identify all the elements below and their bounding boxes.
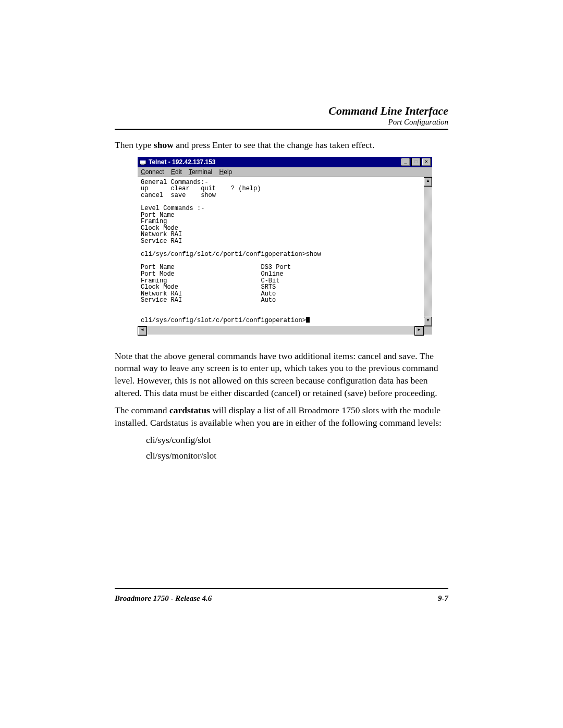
footer-rule	[115, 588, 448, 589]
telnet-window: Telnet - 192.42.137.153 _ □ × Connect Ed…	[138, 157, 432, 335]
svg-rect-1	[140, 159, 146, 161]
page-footer: Broadmore 1750 - Release 4.6 9-7	[115, 588, 448, 603]
v-scrollbar[interactable]: ▲ ▼	[424, 177, 432, 326]
document-page: Command Line Interface Port Configuratio…	[115, 104, 448, 465]
intro-paragraph: Then type show and press Enter to see th…	[115, 139, 448, 152]
footer-right: 9-7	[438, 594, 448, 603]
cursor-icon	[306, 317, 310, 323]
menu-edit[interactable]: Edit	[171, 168, 182, 176]
header-rule	[115, 129, 448, 130]
scroll-up-button[interactable]: ▲	[424, 177, 432, 187]
intro-post: and press Enter to see that the change h…	[174, 140, 375, 150]
cmd-level-2: cli/sys/monitor/slot	[146, 450, 448, 462]
scroll-down-button[interactable]: ▼	[424, 317, 432, 326]
minimize-button[interactable]: _	[401, 158, 410, 166]
telnet-icon	[139, 158, 146, 166]
intro-pre: Then type	[115, 140, 154, 150]
header-subtitle: Port Configuration	[115, 118, 448, 127]
menu-connect[interactable]: Connect	[141, 168, 164, 176]
paragraph-1: Note that the above general commands hav…	[115, 350, 448, 400]
scroll-corner	[424, 326, 432, 335]
svg-rect-2	[141, 164, 144, 165]
terminal-area: General Commands:- up clear quit ? (help…	[138, 177, 432, 326]
maximize-button[interactable]: □	[411, 158, 421, 166]
terminal-output[interactable]: General Commands:- up clear quit ? (help…	[138, 177, 424, 326]
para2-pre: The command	[115, 405, 169, 415]
window-title: Telnet - 192.42.137.153	[149, 158, 216, 166]
header-title: Command Line Interface	[115, 104, 448, 118]
h-scroll-track[interactable]	[147, 326, 414, 335]
paragraph-2: The command cardstatus will display a li…	[115, 404, 448, 429]
page-header: Command Line Interface Port Configuratio…	[115, 104, 448, 127]
menu-terminal[interactable]: Terminal	[189, 168, 212, 176]
menu-bar: Connect Edit Terminal Help	[138, 167, 432, 177]
scroll-left-button[interactable]: ◄	[138, 326, 147, 336]
close-button[interactable]: ×	[422, 158, 431, 166]
terminal-text: General Commands:- up clear quit ? (help…	[141, 179, 321, 324]
v-scroll-track[interactable]	[424, 187, 432, 317]
scroll-right-button[interactable]: ►	[414, 326, 424, 336]
titlebar: Telnet - 192.42.137.153 _ □ ×	[138, 157, 432, 167]
h-scrollbar[interactable]: ◄ ►	[138, 326, 432, 335]
cmd-level-1: cli/sys/config/slot	[146, 434, 448, 447]
footer-left: Broadmore 1750 - Release 4.6	[115, 594, 212, 603]
menu-help[interactable]: Help	[219, 168, 232, 176]
para2-bold: cardstatus	[169, 405, 210, 415]
intro-bold: show	[154, 140, 174, 150]
